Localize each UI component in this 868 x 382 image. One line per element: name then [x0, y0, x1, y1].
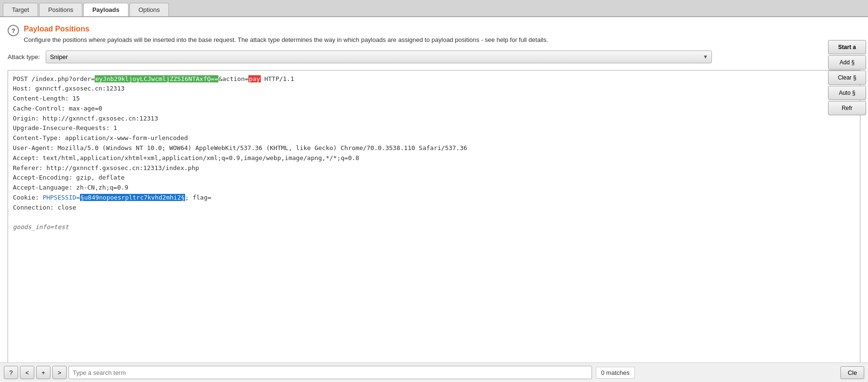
auto-button[interactable]: Auto § — [828, 86, 866, 100]
bottom-bar: ? < + > 0 matches Cle — [0, 362, 868, 375]
request-line-cookie: Cookie: PHPSESSID=§u849nopoesrpltrc7kvhd… — [13, 194, 211, 201]
bottom-add-button[interactable]: + — [36, 366, 50, 375]
section-title: Payload Positions — [24, 25, 548, 33]
request-line-host: Host: gxnnctf.gxsosec.cn:12313 — [13, 85, 125, 92]
search-input[interactable] — [69, 366, 592, 375]
section-header: ? Payload Positions Configure the positi… — [8, 25, 860, 45]
bottom-next-button[interactable]: > — [52, 366, 67, 375]
tab-payloads[interactable]: Payloads — [83, 3, 128, 16]
request-line-connection: Connection: close — [13, 204, 76, 211]
attack-type-label: Attack type: — [8, 53, 40, 60]
attack-type-select-wrapper: Sniper Battering ram Pitchfork Cluster b… — [46, 50, 712, 63]
request-line-accept: Accept: text/html,application/xhtml+xml,… — [13, 154, 359, 161]
main-content: ? Payload Positions Configure the positi… — [0, 17, 868, 375]
request-container: POST /index.php?order=eyJnb29kljoyLCJwcm… — [8, 70, 860, 376]
request-line-accept-language: Accept-Language: zh-CN,zh;q=0.9 — [13, 184, 128, 191]
add-button[interactable]: Add § — [828, 55, 866, 70]
request-line-content-type: Content-Type: application/x-www-form-url… — [13, 134, 188, 141]
bottom-help-button[interactable]: ? — [4, 366, 18, 375]
request-line-cache-control: Cache-Control: max-age=0 — [13, 105, 102, 112]
start-attack-button[interactable]: Start a — [828, 40, 866, 54]
request-line-referer: Referer: http://gxnnctf.gxsosec.cn:12313… — [13, 164, 199, 171]
right-buttons: Start a Add § Clear § Auto § Refr — [826, 38, 868, 117]
request-line-user-agent: User-Agent: Mozilla/5.0 (Windows NT 10.0… — [13, 144, 467, 151]
tab-bar: Target Positions Payloads Options — [0, 0, 868, 17]
clear-search-button[interactable]: Cle — [840, 366, 864, 376]
request-line-goods: goods_info=test — [13, 223, 69, 231]
section-description: Configure the positions where payloads w… — [24, 35, 548, 45]
attack-type-select[interactable]: Sniper Battering ram Pitchfork Cluster b… — [46, 50, 712, 63]
request-line-content-length: Content-Length: 15 — [13, 95, 80, 102]
help-icon[interactable]: ? — [8, 25, 19, 36]
clear-button[interactable]: Clear § — [828, 70, 866, 85]
attack-type-row: Attack type: Sniper Battering ram Pitchf… — [8, 50, 860, 63]
request-text[interactable]: POST /index.php?order=eyJnb29kljoyLCJwcm… — [8, 70, 860, 375]
tab-target[interactable]: Target — [3, 3, 38, 16]
request-first-line: POST /index.php?order=eyJnb29kljoyLCJwcm… — [13, 75, 294, 82]
matches-badge: 0 matches — [596, 367, 635, 376]
tab-options[interactable]: Options — [129, 3, 169, 16]
bottom-prev-button[interactable]: < — [20, 366, 34, 375]
request-line-accept-encoding: Accept-Encoding: gzip, deflate — [13, 174, 125, 181]
refresh-button[interactable]: Refr — [828, 101, 866, 115]
request-line-upgrade: Upgrade-Insecure-Requests: 1 — [13, 124, 117, 131]
request-line-origin: Origin: http://gxnnctf.gxsosec.cn:12313 — [13, 115, 158, 122]
tab-positions[interactable]: Positions — [39, 3, 82, 16]
